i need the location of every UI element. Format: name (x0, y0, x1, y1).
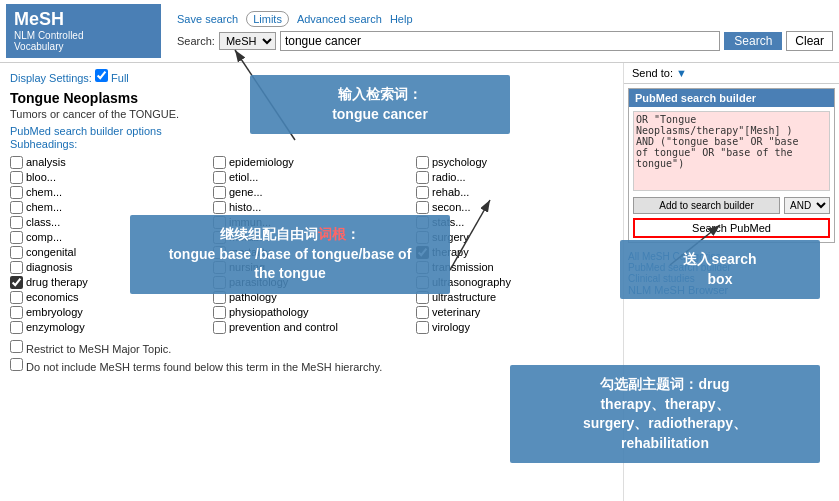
search-button[interactable]: Search (724, 32, 782, 50)
send-to-label: Send to: (632, 67, 673, 79)
no-include-label: Do not include MeSH terms found below th… (26, 361, 382, 373)
clear-button[interactable]: Clear (786, 31, 833, 51)
subheadings-link[interactable]: Subheadings: (10, 138, 613, 150)
search-bar: Search: MeSH Search Clear (177, 31, 833, 51)
subheading-analysis: analysis (10, 156, 207, 169)
subheading-physiopathology: physiopathology (213, 306, 410, 319)
and-select[interactable]: AND OR NOT (784, 197, 830, 214)
subheading-psychology: psychology (416, 156, 613, 169)
send-to-link[interactable]: ▼ (676, 67, 687, 79)
search-input[interactable] (280, 31, 720, 51)
search-type-select[interactable]: MeSH (219, 32, 276, 50)
search-pubmed-button[interactable]: Search PubMed (633, 218, 830, 238)
search-row: Save search Limits Advanced search Help … (177, 11, 833, 51)
subheading-history: histo... (213, 201, 410, 214)
advanced-search-link[interactable]: Advanced search (297, 13, 382, 25)
subheading-veterinary: veterinary (416, 306, 613, 319)
subheading-genetics: gene... (213, 186, 410, 199)
no-include-checkbox[interactable] (10, 358, 23, 371)
help-link[interactable]: Help (390, 13, 413, 25)
display-full-link[interactable]: Full (111, 72, 129, 84)
header: MeSH NLM ControlledVocabulary Save searc… (0, 0, 839, 63)
psb-content: OR "Tongue Neoplasms/therapy"[Mesh] ) AN… (629, 107, 834, 242)
add-to-builder-button[interactable]: Add to search builder (633, 197, 780, 214)
subheading-embryology: embryology (10, 306, 207, 319)
pubmed-builder-link[interactable]: PubMed search builder options (10, 125, 162, 137)
subheading-prevention: prevention and control (213, 321, 410, 334)
save-search-link[interactable]: Save search (177, 13, 238, 25)
display-full-checkbox[interactable] (95, 69, 108, 82)
restrict-label: Restrict to MeSH Major Topic. (26, 343, 171, 355)
subheading-blood: bloo... (10, 171, 207, 184)
pubmed-search-builder: PubMed search builder OR "Tongue Neoplas… (628, 88, 835, 243)
subheading-secondary: secon... (416, 201, 613, 214)
subheading-epidemiology: epidemiology (213, 156, 410, 169)
annotation-send-search-box: 送入searchbox (620, 240, 820, 299)
logo-text: MeSH (14, 10, 153, 30)
subheading-virology: virology (416, 321, 613, 334)
psb-textarea[interactable]: OR "Tongue Neoplasms/therapy"[Mesh] ) AN… (633, 111, 830, 191)
annotation-subheadings: 勾选副主题词：drugtherapy、therapy、surgery、radio… (510, 365, 820, 463)
limits-button[interactable]: Limits (246, 11, 289, 27)
subheading-etiology: etiol... (213, 171, 410, 184)
send-to-row: Send to: ▼ (624, 63, 839, 84)
logo-subtitle: NLM ControlledVocabulary (14, 30, 153, 52)
psb-buttons: Add to search builder AND OR NOT (633, 197, 830, 214)
subheading-chemistry2: chem... (10, 201, 207, 214)
subheading-enzymology: enzymology (10, 321, 207, 334)
restrict-checkbox[interactable] (10, 340, 23, 353)
display-settings-label: Display Settings: (10, 72, 92, 84)
subheading-radiotherapy: radio... (416, 171, 613, 184)
annotation-tongue-base: 继续组配自由词词根：tongue base /base of tongue/ba… (130, 215, 450, 294)
subheading-chemistry: chem... (10, 186, 207, 199)
logo-area: MeSH NLM ControlledVocabulary (6, 4, 161, 58)
annotation-search-term: 输入检索词：tongue cancer (250, 75, 510, 134)
search-label: Search: (177, 35, 215, 47)
top-links: Save search Limits Advanced search Help (177, 11, 833, 27)
restrict-row: Restrict to MeSH Major Topic. (10, 340, 613, 355)
subheading-rehabilitation: rehab... (416, 186, 613, 199)
psb-header: PubMed search builder (629, 89, 834, 107)
